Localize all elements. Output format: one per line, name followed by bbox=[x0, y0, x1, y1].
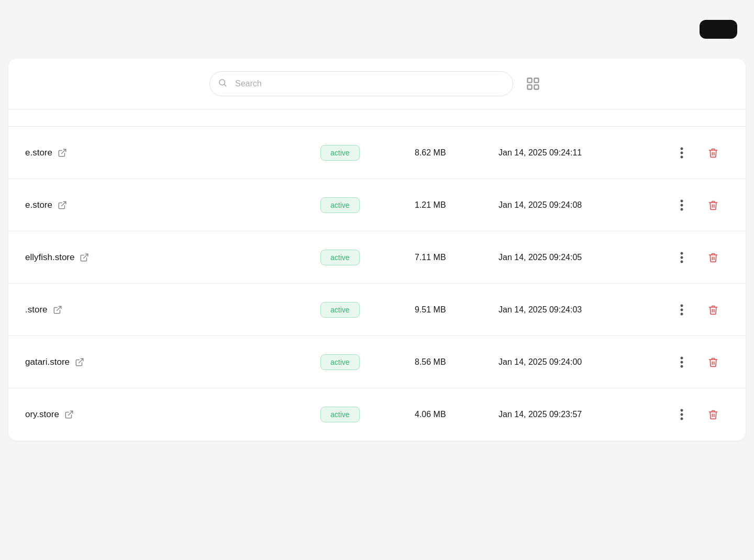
store-name-text: .store bbox=[25, 305, 48, 315]
trash-icon bbox=[708, 252, 718, 263]
more-dots-icon bbox=[680, 147, 683, 159]
svg-point-20 bbox=[681, 308, 683, 311]
more-actions-cell bbox=[666, 301, 697, 319]
external-link-icon[interactable] bbox=[58, 148, 67, 158]
created-cell: Jan 14, 2025 09:24:00 bbox=[498, 357, 666, 367]
search-container bbox=[209, 71, 513, 96]
store-name-text: gatari.store bbox=[25, 357, 70, 367]
svg-point-23 bbox=[681, 356, 683, 359]
status-badge: active bbox=[320, 354, 360, 370]
svg-point-28 bbox=[681, 413, 683, 416]
status-badge: active bbox=[320, 145, 360, 161]
table-row: ory.store active 4.06 MB Jan 14, 2025 09… bbox=[8, 388, 746, 441]
delete-button[interactable] bbox=[704, 249, 723, 266]
dbsize-cell: 7.11 MB bbox=[415, 253, 498, 262]
more-options-button[interactable] bbox=[676, 144, 688, 162]
grid-icon bbox=[526, 76, 540, 91]
svg-rect-4 bbox=[528, 85, 532, 89]
store-name-cell: e.store bbox=[25, 187, 320, 223]
more-dots-icon bbox=[680, 199, 683, 211]
svg-point-29 bbox=[681, 418, 683, 420]
more-actions-cell bbox=[666, 406, 697, 423]
svg-point-27 bbox=[681, 409, 683, 412]
store-name-cell: .store bbox=[25, 292, 320, 328]
delete-actions-cell bbox=[697, 197, 729, 214]
delete-button[interactable] bbox=[704, 197, 723, 214]
external-link-icon[interactable] bbox=[75, 357, 84, 367]
external-link-icon[interactable] bbox=[80, 253, 89, 262]
trash-icon bbox=[708, 409, 718, 420]
status-badge: active bbox=[320, 250, 360, 265]
dbsize-cell: 8.62 MB bbox=[415, 148, 498, 158]
svg-point-7 bbox=[681, 147, 683, 150]
more-actions-cell bbox=[666, 144, 697, 162]
created-cell: Jan 14, 2025 09:23:57 bbox=[498, 410, 666, 419]
svg-rect-5 bbox=[534, 85, 538, 89]
status-badge: active bbox=[320, 302, 360, 318]
created-cell: Jan 14, 2025 09:24:03 bbox=[498, 305, 666, 315]
status-cell: active bbox=[320, 354, 415, 370]
trash-icon bbox=[708, 148, 718, 158]
svg-line-18 bbox=[57, 306, 61, 310]
more-options-button[interactable] bbox=[676, 406, 688, 423]
trash-icon bbox=[708, 200, 718, 210]
dbsize-cell: 8.56 MB bbox=[415, 357, 498, 367]
grid-view-button[interactable] bbox=[522, 72, 545, 95]
external-link-icon[interactable] bbox=[64, 410, 74, 419]
more-dots-icon bbox=[680, 356, 683, 368]
status-cell: active bbox=[320, 145, 415, 161]
svg-line-26 bbox=[68, 411, 72, 415]
more-actions-cell bbox=[666, 353, 697, 371]
store-name-text: e.store bbox=[25, 148, 52, 158]
svg-line-22 bbox=[79, 359, 83, 363]
created-cell: Jan 14, 2025 09:24:05 bbox=[498, 253, 666, 262]
svg-rect-3 bbox=[534, 79, 538, 83]
more-options-button[interactable] bbox=[676, 353, 688, 371]
external-link-icon[interactable] bbox=[53, 305, 62, 315]
delete-button[interactable] bbox=[704, 354, 723, 371]
trash-icon bbox=[708, 305, 718, 315]
svg-point-24 bbox=[681, 361, 683, 363]
more-options-button[interactable] bbox=[676, 249, 688, 266]
delete-button[interactable] bbox=[704, 301, 723, 318]
svg-point-12 bbox=[681, 204, 683, 206]
svg-point-21 bbox=[681, 312, 683, 315]
store-name-cell: e.store bbox=[25, 135, 320, 171]
delete-actions-cell bbox=[697, 249, 729, 266]
store-name-text: ellyfish.store bbox=[25, 252, 74, 263]
header bbox=[0, 0, 754, 59]
svg-point-19 bbox=[681, 304, 683, 307]
table-header bbox=[8, 109, 746, 127]
svg-point-13 bbox=[681, 208, 683, 210]
delete-actions-cell bbox=[697, 354, 729, 371]
delete-button[interactable] bbox=[704, 406, 723, 423]
delete-actions-cell bbox=[697, 406, 729, 423]
svg-point-15 bbox=[681, 252, 683, 254]
new-store-button[interactable] bbox=[700, 20, 737, 39]
svg-point-17 bbox=[681, 260, 683, 263]
more-options-button[interactable] bbox=[676, 196, 688, 214]
svg-point-11 bbox=[681, 199, 683, 202]
table-row: e.store active 8.62 MB Jan 14, 2025 09:2… bbox=[8, 127, 746, 179]
status-cell: active bbox=[320, 302, 415, 318]
search-bar-row bbox=[8, 59, 746, 109]
more-options-button[interactable] bbox=[676, 301, 688, 319]
more-actions-cell bbox=[666, 249, 697, 266]
svg-point-9 bbox=[681, 155, 683, 158]
more-dots-icon bbox=[680, 252, 683, 263]
delete-button[interactable] bbox=[704, 144, 723, 161]
delete-actions-cell bbox=[697, 301, 729, 318]
table-row: ellyfish.store active 7.11 MB Jan 14, 20… bbox=[8, 231, 746, 284]
svg-point-8 bbox=[681, 151, 683, 154]
created-cell: Jan 14, 2025 09:24:11 bbox=[498, 148, 666, 158]
search-input[interactable] bbox=[209, 71, 513, 96]
dbsize-cell: 9.51 MB bbox=[415, 305, 498, 315]
svg-line-14 bbox=[84, 254, 88, 258]
table-row: .store active 9.51 MB Jan 14, 2025 09:24… bbox=[8, 284, 746, 336]
table-body: e.store active 8.62 MB Jan 14, 2025 09:2… bbox=[8, 127, 746, 441]
main-content: e.store active 8.62 MB Jan 14, 2025 09:2… bbox=[8, 59, 746, 441]
external-link-icon[interactable] bbox=[58, 200, 67, 210]
store-name-cell: ellyfish.store bbox=[25, 240, 320, 275]
more-dots-icon bbox=[680, 304, 683, 316]
trash-icon bbox=[708, 357, 718, 367]
